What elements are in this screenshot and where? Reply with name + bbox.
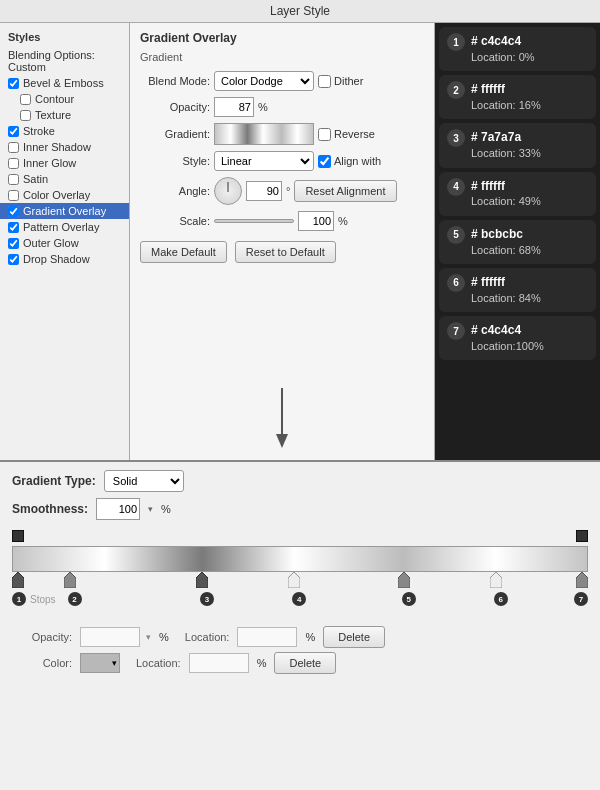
svg-marker-6 [398, 572, 410, 588]
sidebar-item-drop-shadow[interactable]: Drop Shadow [0, 251, 129, 267]
annotation-color-2: # ffffff [471, 81, 541, 98]
gradient-label: Gradient: [140, 128, 210, 140]
gradient-type-select[interactable]: Solid [104, 470, 184, 492]
annotation-item-6: 6 # ffffff Location: 84% [439, 268, 596, 312]
outer-glow-checkbox[interactable] [8, 238, 19, 249]
satin-checkbox[interactable] [8, 174, 19, 185]
scale-slider[interactable] [214, 219, 294, 223]
annotation-item-3: 3 # 7a7a7a Location: 33% [439, 123, 596, 167]
opacity-input[interactable] [214, 97, 254, 117]
color-stop-5[interactable] [398, 572, 410, 590]
style-label: Style: [140, 155, 210, 167]
outer-glow-label: Outer Glow [23, 237, 79, 249]
reverse-checkbox-container[interactable]: Reverse [318, 128, 375, 141]
color-stop-4[interactable] [288, 572, 300, 590]
contour-checkbox[interactable] [20, 94, 31, 105]
dither-checkbox-container[interactable]: Dither [318, 75, 363, 88]
scale-input[interactable] [298, 211, 334, 231]
dither-checkbox[interactable] [318, 75, 331, 88]
scale-percent: % [338, 215, 348, 227]
align-checkbox-container[interactable]: Align with [318, 155, 381, 168]
gradient-overlay-checkbox[interactable] [8, 206, 19, 217]
svg-marker-4 [196, 572, 208, 588]
smoothness-label: Smoothness: [12, 502, 88, 516]
color-stop-2[interactable] [64, 572, 76, 590]
svg-marker-2 [12, 572, 24, 588]
delete-button-1[interactable]: Delete [323, 626, 385, 648]
make-default-button[interactable]: Make Default [140, 241, 227, 263]
scale-label: Scale: [140, 215, 210, 227]
main-panel: Gradient Overlay Gradient Blend Mode: Co… [130, 23, 435, 460]
gradient-select[interactable] [214, 123, 314, 145]
left-end-stop[interactable] [12, 530, 24, 542]
right-end-stop[interactable] [576, 530, 588, 542]
location-field-2[interactable] [189, 653, 249, 673]
texture-checkbox[interactable] [20, 110, 31, 121]
end-stops-row [12, 528, 588, 546]
sidebar-item-color-overlay[interactable]: Color Overlay [0, 187, 129, 203]
sidebar-item-stroke[interactable]: Stroke [0, 123, 129, 139]
reset-alignment-button[interactable]: Reset Alignment [294, 180, 396, 202]
delete-button-2[interactable]: Delete [274, 652, 336, 674]
location-field-1[interactable] [237, 627, 297, 647]
inner-glow-checkbox[interactable] [8, 158, 19, 169]
color-stop-7[interactable] [576, 572, 588, 590]
sidebar-item-satin[interactable]: Satin [0, 171, 129, 187]
reset-default-button[interactable]: Reset to Default [235, 241, 336, 263]
sidebar-item-outer-glow[interactable]: Outer Glow [0, 235, 129, 251]
inner-shadow-checkbox[interactable] [8, 142, 19, 153]
align-checkbox[interactable] [318, 155, 331, 168]
color-overlay-checkbox[interactable] [8, 190, 19, 201]
sidebar-item-bevel-emboss[interactable]: Bevel & Emboss [0, 75, 129, 91]
location-pct-1: % [305, 631, 315, 643]
color-stop-3[interactable] [196, 572, 208, 590]
color-stop-1[interactable] [12, 572, 24, 590]
stop-badge-1: 1 [12, 592, 26, 606]
blend-mode-select[interactable]: Color Dodge [214, 71, 314, 91]
sidebar-item-texture[interactable]: Texture [0, 107, 129, 123]
smoothness-input[interactable] [96, 498, 140, 520]
annotation-item-4: 4 # ffffff Location: 49% [439, 172, 596, 216]
sidebar-item-gradient-overlay[interactable]: Gradient Overlay [0, 203, 129, 219]
gradient-bar[interactable] [12, 546, 588, 572]
color-stop-6[interactable] [490, 572, 502, 590]
annotation-location-2: Location: 16% [471, 98, 541, 113]
main-area: Styles Blending Options: Custom Bevel & … [0, 23, 600, 460]
opacity-field[interactable] [80, 627, 140, 647]
blending-options-label: Blending Options: Custom [8, 49, 121, 73]
sidebar-item-inner-shadow[interactable]: Inner Shadow [0, 139, 129, 155]
sidebar-item-contour[interactable]: Contour [0, 91, 129, 107]
arrow-container [140, 267, 424, 452]
stop-badge-2: 2 [68, 592, 82, 606]
blend-mode-label: Blend Mode: [140, 75, 210, 87]
angle-dial[interactable] [214, 177, 242, 205]
stop-controls: Opacity: ▾ % Location: % Delete Color: ▾… [12, 626, 588, 674]
dither-label: Dither [334, 75, 363, 87]
annotation-color-4: # ffffff [471, 178, 541, 195]
bevel-emboss-checkbox[interactable] [8, 78, 19, 89]
color-stops-row: 1 2 3 4 5 6 7 Stops [12, 572, 588, 604]
pattern-overlay-checkbox[interactable] [8, 222, 19, 233]
style-select[interactable]: Linear [214, 151, 314, 171]
smoothness-percent: % [161, 503, 171, 515]
angle-input[interactable] [246, 181, 282, 201]
sidebar-item-blending-options[interactable]: Blending Options: Custom [0, 47, 129, 75]
sidebar-item-pattern-overlay[interactable]: Pattern Overlay [0, 219, 129, 235]
align-label: Align with [334, 155, 381, 167]
bottom-layout: Gradient Type: Solid Smoothness: ▾ % [0, 460, 600, 790]
color-swatch[interactable]: ▾ [80, 653, 120, 673]
annotation-item-7: 7 # c4c4c4 Location:100% [439, 316, 596, 360]
drop-shadow-checkbox[interactable] [8, 254, 19, 265]
gradient-overlay-label: Gradient Overlay [23, 205, 106, 217]
location-label-2: Location: [136, 657, 181, 669]
sidebar-item-inner-glow[interactable]: Inner Glow [0, 155, 129, 171]
gradient-type-row: Gradient Type: Solid [12, 470, 588, 492]
stroke-checkbox[interactable] [8, 126, 19, 137]
annotation-number-4: 4 [447, 178, 465, 196]
reverse-checkbox[interactable] [318, 128, 331, 141]
annotation-location-7: Location:100% [471, 339, 544, 354]
sidebar-header: Styles [0, 29, 129, 47]
svg-marker-5 [288, 572, 300, 588]
opacity-row: Opacity: % [140, 97, 424, 117]
smoothness-row: Smoothness: ▾ % [12, 498, 588, 520]
